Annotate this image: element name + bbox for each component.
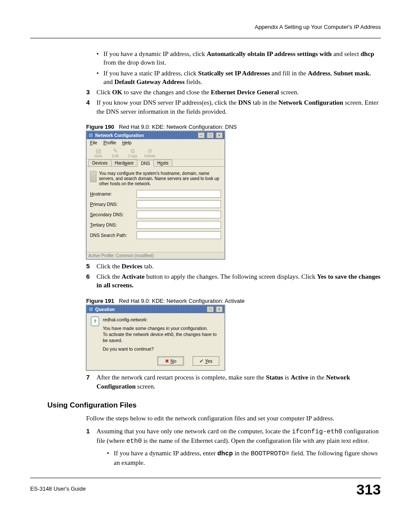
- page-number: 313: [356, 481, 381, 498]
- primary-dns-row: Primary DNS:: [90, 200, 221, 208]
- line3: To activate the network device eth0, the…: [103, 331, 220, 343]
- tb-label: Delete: [144, 154, 156, 158]
- mono-bold: dhcp: [218, 450, 233, 457]
- text-bold: Statically set IP Addresses: [198, 70, 270, 77]
- text: fields.: [184, 78, 202, 85]
- text-bold: dhcp: [361, 50, 374, 57]
- header-rule: [30, 38, 381, 38]
- menu-bar: File Profile Help: [87, 139, 224, 146]
- toolbar: ▤New ✎Edit ⧉Copy ⊘Delete: [87, 146, 224, 159]
- close-button[interactable]: ×: [216, 306, 223, 312]
- x-icon: ✖: [165, 358, 169, 364]
- figure-title: Red Hat 9.0: KDE: Network Configuration:…: [119, 298, 245, 304]
- text: Click the: [97, 273, 121, 280]
- tab-label: Devices: [92, 161, 108, 165]
- figure-190-caption: Figure 190 Red Hat 9.0: KDE: Network Con…: [86, 124, 381, 130]
- footer-rule: [30, 478, 381, 478]
- delete-icon: ⊘: [147, 148, 153, 154]
- dns-info-icon: [90, 171, 97, 182]
- dns-info-row: You may configure the system's hostname,…: [90, 171, 221, 187]
- text: If you have a dynamic IP address, enter: [114, 450, 218, 457]
- delete-button[interactable]: ⊘Delete: [143, 148, 156, 158]
- primary-dns-label: Primary DNS:: [90, 202, 137, 207]
- menu-file[interactable]: File: [90, 140, 97, 145]
- menu-profile[interactable]: Profile: [103, 140, 116, 145]
- figure-title: Red Hat 9.0: KDE: Network Configuration:…: [119, 124, 237, 130]
- yes-label: Yes: [205, 358, 212, 364]
- close-button[interactable]: ×: [216, 132, 223, 138]
- step-7: 7 After the network card restart process…: [86, 373, 381, 391]
- text: in the: [233, 450, 251, 457]
- text: is the name of the Ethernet card). Open …: [142, 437, 369, 444]
- text-bold: Automatically obtain IP address settings…: [207, 50, 332, 57]
- maximize-button[interactable]: □: [207, 306, 214, 312]
- question-body: ? redhat-config-network: You have made s…: [87, 313, 224, 354]
- section-heading: Using Configuration Files: [47, 401, 381, 410]
- search-path-label: DNS Search Path:: [90, 233, 137, 238]
- dns-info-text: You may configure the system's hostname,…: [99, 171, 221, 187]
- hostname-row: Hostname:: [90, 190, 221, 198]
- text-bold: Ethernet Device General: [211, 89, 279, 96]
- text: to save the changes and close the: [122, 89, 211, 96]
- no-button[interactable]: ✖ No: [157, 356, 184, 366]
- figure-label: Figure 190: [86, 124, 114, 130]
- copy-icon: ⧉: [131, 148, 135, 154]
- text-bold: Active: [291, 374, 308, 381]
- bullet-dynamic-ip: If you have a dynamic IP address, click …: [97, 50, 381, 67]
- cfg-bullet-dhcp: If you have a dynamic IP address, enter …: [107, 449, 381, 467]
- search-path-input[interactable]: [137, 231, 221, 239]
- edit-icon: ✎: [113, 148, 118, 154]
- new-button[interactable]: ▤New: [92, 148, 105, 158]
- copy-button[interactable]: ⧉Copy: [126, 148, 139, 158]
- text-bold: OK: [112, 89, 122, 96]
- edit-button[interactable]: ✎Edit: [109, 148, 122, 158]
- title-bar[interactable]: Question □ ×: [87, 305, 224, 313]
- tab-dns[interactable]: DNS: [137, 160, 154, 167]
- step-number: 4: [86, 98, 90, 107]
- status-bar: Active Profile: Common (modified): [87, 252, 224, 259]
- tb-label: New: [94, 154, 102, 158]
- step-number: 5: [86, 262, 90, 271]
- tab-hosts[interactable]: Hosts: [153, 159, 172, 166]
- text: Click: [97, 89, 112, 96]
- minimize-button[interactable]: –: [198, 132, 205, 138]
- mono-text: ifconfig-eth0: [292, 428, 342, 436]
- section-intro: Follow the steps below to edit the netwo…: [86, 414, 381, 423]
- button-row: ✖ No ✔ Yes: [87, 354, 224, 370]
- maximize-button[interactable]: □: [207, 132, 214, 138]
- text: tab in the: [251, 99, 278, 106]
- menu-help[interactable]: Help: [122, 140, 132, 145]
- text-bold: Devices: [121, 263, 142, 270]
- step-3: 3 Click OK to save the changes and close…: [86, 88, 381, 96]
- primary-dns-input[interactable]: [137, 200, 221, 208]
- tab-hardware[interactable]: Hardware: [111, 159, 137, 166]
- window-title: Network Configuration: [95, 133, 144, 138]
- step-number: 3: [86, 88, 90, 96]
- search-path-row: DNS Search Path:: [90, 231, 221, 239]
- yes-button[interactable]: ✔ Yes: [193, 356, 219, 366]
- tb-label: Copy: [128, 154, 137, 158]
- text: If you have a dynamic IP address, click: [103, 50, 207, 57]
- text: Click the: [97, 263, 121, 270]
- tertiary-dns-input[interactable]: [137, 221, 221, 229]
- text: If you have a static IP address, click: [103, 70, 198, 77]
- title-bar[interactable]: Network Configuration – □ ×: [87, 131, 224, 139]
- tb-label: Edit: [112, 154, 119, 158]
- tertiary-dns-label: Tertiary DNS:: [90, 222, 137, 227]
- step-number: 6: [86, 272, 90, 281]
- step-number: 7: [86, 373, 90, 382]
- text: After the network card restart process i…: [97, 374, 266, 381]
- text-bold: Activate: [121, 273, 144, 280]
- figure-label: Figure 191: [86, 298, 114, 304]
- hostname-input[interactable]: [137, 190, 221, 198]
- hostname-label: Hostname:: [90, 191, 137, 196]
- text: screen.: [279, 89, 299, 96]
- text-bold: Default Gateway Address: [114, 78, 184, 85]
- secondary-dns-input[interactable]: [137, 211, 221, 218]
- text: and select: [332, 50, 361, 57]
- cfg-step-1: 1 Assuming that you have only one networ…: [86, 427, 381, 467]
- mono-text: eth0: [126, 438, 142, 445]
- text: from the drop down list.: [103, 59, 166, 66]
- tab-devices[interactable]: Devices: [88, 159, 112, 166]
- tertiary-dns-row: Tertiary DNS:: [90, 221, 221, 229]
